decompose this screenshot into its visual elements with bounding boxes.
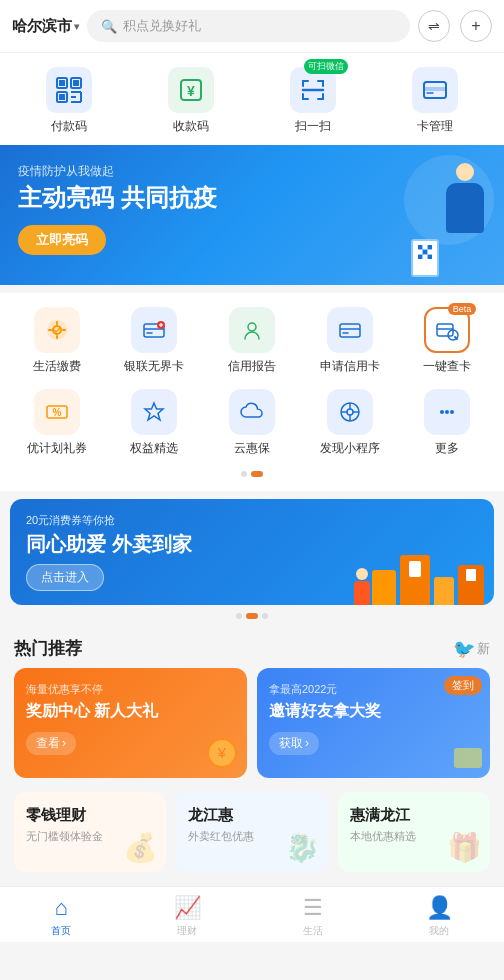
svg-line-30: [455, 337, 457, 339]
apply-credit-icon: [327, 307, 373, 353]
hot-cards-row: 海量优惠享不停 奖励中心 新人大礼 查看 › ¥ 拿最高2022元 邀请好友拿大…: [0, 668, 504, 792]
city-name: 哈尔滨市: [12, 17, 72, 36]
search-icon: 🔍: [101, 19, 117, 34]
nav-home[interactable]: ⌂ 首页: [51, 895, 71, 938]
hot-section-more[interactable]: 🐦 新: [453, 638, 490, 660]
card-management-icon: [412, 67, 458, 113]
check-card-label: 一键查卡: [423, 358, 471, 375]
bottom-nav: ⌂ 首页 📈 理财 ☰ 生活 👤 我的: [0, 886, 504, 942]
hot-card-invite-title: 邀请好友拿大奖: [269, 701, 478, 722]
home-icon: ⌂: [55, 895, 68, 921]
dot-1: [241, 471, 247, 477]
svg-point-36: [347, 409, 353, 415]
bottom-card-zero-money[interactable]: 零钱理财 无门槛领体验金 💰: [14, 792, 166, 872]
hot-card-reward-title: 奖励中心 新人大礼: [26, 701, 235, 722]
cloud-protect-icon: [229, 389, 275, 435]
payment-code-label: 付款码: [51, 118, 87, 135]
hot-card-reward-button-suffix: ›: [62, 736, 66, 750]
payment-code-action[interactable]: 付款码: [46, 67, 92, 135]
service-life-pay[interactable]: 生活缴费: [17, 307, 97, 375]
nav-me[interactable]: 👤 我的: [426, 895, 453, 938]
hot-card-reward[interactable]: 海量优惠享不停 奖励中心 新人大礼 查看 › ¥: [14, 668, 247, 778]
signed-badge: 签到: [444, 676, 482, 695]
grid-dot-nav: [8, 471, 496, 477]
nav-me-label: 我的: [429, 924, 449, 938]
hot-card-invite-button-suffix: ›: [305, 736, 309, 750]
service-credit-report[interactable]: 信用报告: [212, 307, 292, 375]
promo-illustration: [344, 515, 494, 605]
life-pay-label: 生活缴费: [33, 358, 81, 375]
promo-dot-nav: [0, 613, 504, 619]
unionpay-card-icon: [131, 307, 177, 353]
service-discount-coupon[interactable]: % 优计划礼券: [17, 389, 97, 457]
service-cloud-protect[interactable]: 云惠保: [212, 389, 292, 457]
service-more[interactable]: 更多: [407, 389, 487, 457]
nav-life[interactable]: ☰ 生活: [303, 895, 323, 938]
hot-card-invite-button-label: 获取: [279, 735, 303, 752]
bottom-card-longjiang[interactable]: 龙江惠 外卖红包优惠 🐉: [176, 792, 328, 872]
search-placeholder: 积点兑换好礼: [123, 17, 201, 35]
promo-button[interactable]: 点击进入: [26, 564, 104, 591]
swallow-icon: 🐦: [453, 638, 475, 660]
mini-programs-label: 发现小程序: [320, 440, 380, 457]
svg-rect-5: [59, 94, 65, 100]
city-selector[interactable]: 哈尔滨市 ▾: [12, 17, 79, 36]
apply-credit-label: 申请信用卡: [320, 358, 380, 375]
main-banner: 疫情防护从我做起 主动亮码 共同抗疫 立即亮码: [0, 145, 504, 285]
chevron-down-icon: ▾: [74, 21, 79, 32]
bottom-cards-row: 零钱理财 无门槛领体验金 💰 龙江惠 外卖红包优惠 🐉 惠满龙江 本地优惠精选 …: [0, 792, 504, 886]
service-grid: 生活缴费 银联无界卡 信用报告: [0, 293, 504, 491]
hot-section-header: 热门推荐 🐦 新: [0, 625, 504, 668]
add-icon: +: [471, 17, 480, 35]
service-rights[interactable]: 权益精选: [114, 389, 194, 457]
me-icon: 👤: [426, 895, 453, 921]
scan-action[interactable]: 可扫微信 扫一扫: [290, 67, 336, 135]
hot-card-invite[interactable]: 拿最高2022元 邀请好友拿大奖 获取 › 签到: [257, 668, 490, 778]
service-unionpay-card[interactable]: 银联无界卡: [114, 307, 194, 375]
credit-report-icon: [229, 307, 275, 353]
svg-point-41: [440, 410, 444, 414]
service-mini-programs[interactable]: 发现小程序: [310, 389, 390, 457]
card-management-action[interactable]: 卡管理: [412, 67, 458, 135]
search-bar[interactable]: 🔍 积点兑换好礼: [87, 10, 410, 42]
longjiang-full-title: 惠满龙江: [350, 806, 478, 825]
scan-label: 扫一扫: [295, 118, 331, 135]
banner-button[interactable]: 立即亮码: [18, 225, 106, 255]
message-button[interactable]: ⇌: [418, 10, 450, 42]
life-icon: ☰: [303, 895, 323, 921]
unionpay-card-label: 银联无界卡: [124, 358, 184, 375]
svg-rect-25: [340, 324, 360, 337]
bottom-card-longjiang-full[interactable]: 惠满龙江 本地优惠精选 🎁: [338, 792, 490, 872]
collection-code-action[interactable]: ¥ 收款码: [168, 67, 214, 135]
service-row-2: % 优计划礼券 权益精选 云惠保: [8, 389, 496, 457]
promo-left: 20元消费券等你抢 同心助爱 外卖到家 点击进入: [26, 513, 192, 591]
promo-banner[interactable]: 20元消费券等你抢 同心助爱 外卖到家 点击进入: [10, 499, 494, 605]
life-pay-icon: [34, 307, 80, 353]
credit-report-label: 信用报告: [228, 358, 276, 375]
longjiang-full-deco-icon: 🎁: [447, 831, 482, 864]
hot-card-reward-button[interactable]: 查看 ›: [26, 732, 76, 755]
longjiang-deco-icon: 🐉: [285, 831, 320, 864]
svg-rect-14: [424, 87, 446, 91]
promo-title: 同心助爱 外卖到家: [26, 532, 192, 556]
promo-dot-3: [262, 613, 268, 619]
header: 哈尔滨市 ▾ 🔍 积点兑换好礼 ⇌ +: [0, 0, 504, 53]
header-icons: ⇌ +: [418, 10, 492, 42]
nav-finance[interactable]: 📈 理财: [174, 895, 201, 938]
service-check-card[interactable]: Beta 一键查卡: [407, 307, 487, 375]
dot-2-active: [251, 471, 263, 477]
collection-code-icon: ¥: [168, 67, 214, 113]
svg-point-42: [445, 410, 449, 414]
svg-marker-34: [145, 403, 163, 420]
add-button[interactable]: +: [460, 10, 492, 42]
payment-code-icon: [46, 67, 92, 113]
hot-card-invite-button[interactable]: 获取 ›: [269, 732, 319, 755]
service-apply-credit[interactable]: 申请信用卡: [310, 307, 390, 375]
promo-dot-2: [246, 613, 258, 619]
hot-section-title: 热门推荐: [14, 637, 82, 660]
svg-rect-1: [59, 80, 65, 86]
cloud-protect-label: 云惠保: [234, 440, 270, 457]
nav-finance-label: 理财: [177, 924, 197, 938]
check-card-icon: Beta: [424, 307, 470, 353]
finance-icon: 📈: [174, 895, 201, 921]
